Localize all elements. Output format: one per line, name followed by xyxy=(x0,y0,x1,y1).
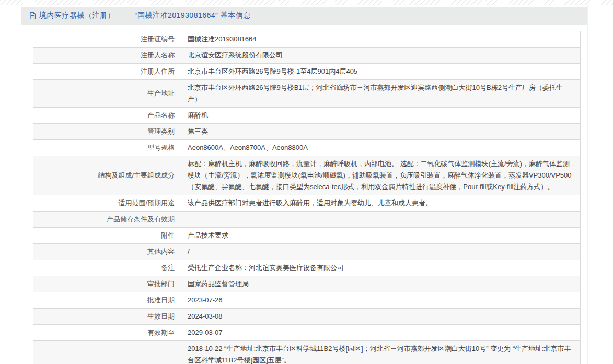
page-top-stripe-decoration xyxy=(0,0,613,5)
table-row: 备注受托生产企业名称：河北谊安奥美医疗设备有限公司 xyxy=(33,260,581,276)
row-value: 标配：麻醉机主机，麻醉吸收回路，流量计，麻醉呼吸机，内部电池。 选配：二氧化碳气… xyxy=(181,156,581,195)
table-row: 产品储存条件及有效期 xyxy=(33,212,581,228)
table-row: 型号规格Aeon8600A、Aeon8700A、Aeon8800A xyxy=(33,140,581,156)
table-row: 管理类别第三类 xyxy=(33,124,581,140)
row-label: 产品名称 xyxy=(33,108,181,124)
table-row: 注册人住所北京市丰台区外环西路26号院9号楼-1至4层901内4层405 xyxy=(33,64,581,80)
table-row: 批准日期2023-07-26 xyxy=(33,292,581,309)
table-row: 审批部门国家药品监督管理局 xyxy=(33,276,581,292)
row-value: 第三类 xyxy=(181,124,581,140)
row-value: 2023-07-26 xyxy=(181,292,581,309)
row-label: 结构及组成/主要组成成分 xyxy=(33,156,181,195)
row-label: 生产地址 xyxy=(33,80,181,108)
table-row: 适用范围/预期用途该产品供医疗部门对患者进行吸入麻醉用，适用对象为婴幼儿、儿童和… xyxy=(33,195,581,212)
row-label xyxy=(33,341,181,364)
row-value: 北京市丰台区外环西路26号院9号楼-1至4层901内4层405 xyxy=(181,64,581,80)
row-value: 国械注准20193081664 xyxy=(181,31,581,48)
row-value: 该产品供医疗部门对患者进行吸入麻醉用，适用对象为婴幼儿、儿童和成人患者。 xyxy=(181,195,581,212)
row-value: 2024-03-08 xyxy=(181,309,581,325)
row-label: 注册证编号 xyxy=(33,31,181,48)
table-row: 生产地址北京市丰台区外环西路26号院9号楼B1层；河北省廊坊市三河市燕郊开发区迎… xyxy=(33,80,581,108)
row-label: 型号规格 xyxy=(33,140,181,156)
document-icon xyxy=(29,11,37,20)
registration-info-table: 注册证编号国械注准20193081664注册人名称北京谊安医疗系统股份有限公司注… xyxy=(33,31,581,364)
row-label: 注册人住所 xyxy=(33,64,181,80)
change-history-entry: 2018-10-22 “生产地址:北京市丰台区科学城11B2号楼[园区]；河北省… xyxy=(188,343,574,364)
row-label: 生效日期 xyxy=(33,309,181,325)
row-value: 2029-03-07 xyxy=(181,325,581,341)
table-row: 注册人名称北京谊安医疗系统股份有限公司 xyxy=(33,48,581,64)
page-header: 境内医疗器械（注册） —— “国械注准20193081664” 基本信息 xyxy=(21,7,587,25)
row-label: 批准日期 xyxy=(33,292,181,309)
info-table-wrapper: 注册证编号国械注准20193081664注册人名称北京谊安医疗系统股份有限公司注… xyxy=(21,25,587,364)
table-row: 有效期至2029-03-07 xyxy=(33,325,581,341)
row-label: 审批部门 xyxy=(33,276,181,292)
row-value: 麻醉机 xyxy=(181,108,581,124)
table-row: 注册证编号国械注准20193081664 xyxy=(33,31,581,48)
page-title: 境内医疗器械（注册） —— “国械注准20193081664” 基本信息 xyxy=(39,11,251,20)
table-row: 结构及组成/主要组成成分标配：麻醉机主机，麻醉吸收回路，流量计，麻醉呼吸机，内部… xyxy=(33,156,581,195)
table-row: 附件产品技术要求 xyxy=(33,228,581,244)
row-label: 其他内容 xyxy=(33,244,181,260)
row-label: 适用范围/预期用途 xyxy=(33,195,181,212)
table-row: 其他内容/ xyxy=(33,244,581,260)
row-value xyxy=(181,212,581,228)
table-row: 2018-10-22 “生产地址:北京市丰台区科学城11B2号楼[园区]；河北省… xyxy=(33,341,581,364)
row-value: 2018-10-22 “生产地址:北京市丰台区科学城11B2号楼[园区]；河北省… xyxy=(181,341,581,364)
row-value: 国家药品监督管理局 xyxy=(181,276,581,292)
row-label: 管理类别 xyxy=(33,124,181,140)
row-value: Aeon8600A、Aeon8700A、Aeon8800A xyxy=(181,140,581,156)
row-value: 受托生产企业名称：河北谊安奥美医疗设备有限公司 xyxy=(181,260,581,276)
table-row: 产品名称麻醉机 xyxy=(33,108,581,124)
row-label: 附件 xyxy=(33,228,181,244)
row-label: 备注 xyxy=(33,260,181,276)
row-value: 北京市丰台区外环西路26号院9号楼B1层；河北省廊坊市三河市燕郊开发区迎宾路西侧… xyxy=(181,80,581,108)
row-label: 注册人名称 xyxy=(33,48,181,64)
row-label: 产品储存条件及有效期 xyxy=(33,212,181,228)
table-row: 生效日期2024-03-08 xyxy=(33,309,581,325)
content-panel: 境内医疗器械（注册） —— “国械注准20193081664” 基本信息 注册证… xyxy=(21,5,588,364)
row-value: 北京谊安医疗系统股份有限公司 xyxy=(181,48,581,64)
row-label: 有效期至 xyxy=(33,325,181,341)
row-value: / xyxy=(181,244,581,260)
row-value: 产品技术要求 xyxy=(181,228,581,244)
